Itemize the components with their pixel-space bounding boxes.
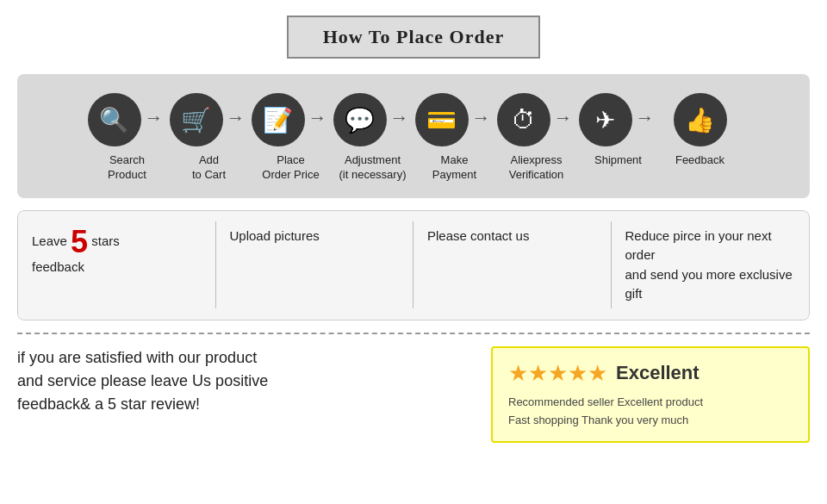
step-item-search: 🔍→Search Product: [86, 93, 168, 183]
benefit-cell-reduce: Reduce pirce in your next order and send…: [612, 211, 810, 320]
excellent-label: Excellent: [616, 362, 700, 384]
step-item-ship: ✈→Shipment: [577, 93, 659, 168]
step-label-order: Place Order Price: [262, 153, 319, 183]
review-line2: Fast shopping Thank you very much: [508, 412, 793, 430]
step-label-payment: Make Payment: [432, 153, 476, 183]
step-item-cart: 🛒→Add to Cart: [168, 93, 250, 183]
step-label-verify: Aliexpress Verification: [509, 153, 564, 183]
step-label-ship: Shipment: [594, 153, 642, 168]
arrow-icon: →: [308, 107, 327, 129]
star-icon: ★: [508, 360, 528, 386]
steps-section: 🔍→Search Product🛒→Add to Cart📝→Place Ord…: [17, 74, 810, 198]
steps-row: 🔍→Search Product🛒→Add to Cart📝→Place Ord…: [33, 93, 794, 183]
step-icon-feedback: 👍: [674, 93, 727, 146]
benefits-row: Leave 5 starsfeedbackUpload picturesPlea…: [17, 210, 810, 320]
benefit-cell-contact: Please contact us: [414, 211, 612, 320]
step-item-order: 📝→Place Order Price: [250, 93, 332, 183]
title-section: How To Place Order: [17, 16, 810, 59]
arrow-icon: →: [227, 107, 246, 129]
step-label-search: Search Product: [108, 153, 146, 183]
five-number: 5: [71, 224, 88, 259]
stars-row: ★★★★★ Excellent: [508, 360, 793, 387]
benefit-cell-stars: Leave 5 starsfeedback: [18, 211, 216, 320]
benefits-section: Leave 5 starsfeedbackUpload picturesPlea…: [17, 210, 810, 320]
step-label-feedback: Feedback: [675, 153, 724, 168]
step-label-adjust: Adjustment (it necessary): [339, 153, 406, 183]
step-icon-verify: ⏱: [497, 93, 550, 146]
bottom-section: if you are satisfied with our product an…: [17, 333, 810, 444]
step-icon-search: 🔍: [88, 93, 141, 146]
step-item-verify: ⏱→Aliexpress Verification: [495, 93, 577, 183]
step-item-adjust: 💬→Adjustment (it necessary): [332, 93, 414, 183]
step-item-payment: 💳→Make Payment: [414, 93, 495, 183]
star-icon: ★: [568, 360, 588, 386]
review-line1: Recommended seller Excellent product: [508, 394, 793, 412]
page-wrapper: How To Place Order 🔍→Search Product🛒→Add…: [0, 0, 827, 458]
arrow-icon: →: [554, 107, 573, 129]
arrow-icon: →: [472, 107, 491, 129]
step-icon-ship: ✈: [579, 93, 632, 146]
step-icon-order: 📝: [252, 93, 305, 146]
step-icon-adjust: 💬: [333, 93, 387, 146]
stars-group: ★★★★★: [508, 360, 607, 387]
step-icon-payment: 💳: [415, 93, 469, 146]
arrow-icon: →: [636, 107, 655, 129]
page-title: How To Place Order: [287, 16, 540, 59]
arrow-icon: →: [390, 107, 409, 129]
star-icon: ★: [588, 360, 607, 386]
step-item-feedback: 👍Feedback: [659, 93, 741, 168]
arrow-icon: →: [145, 107, 164, 129]
step-icon-cart: 🛒: [170, 93, 223, 146]
benefit-cell-pictures: Upload pictures: [216, 211, 414, 320]
star-icon: ★: [548, 360, 568, 386]
star-icon: ★: [528, 360, 548, 386]
review-box: ★★★★★ Excellent Recommended seller Excel…: [491, 346, 810, 444]
bottom-left-text: if you are satisfied with our product an…: [17, 346, 474, 416]
step-label-cart: Add to Cart: [192, 153, 226, 183]
